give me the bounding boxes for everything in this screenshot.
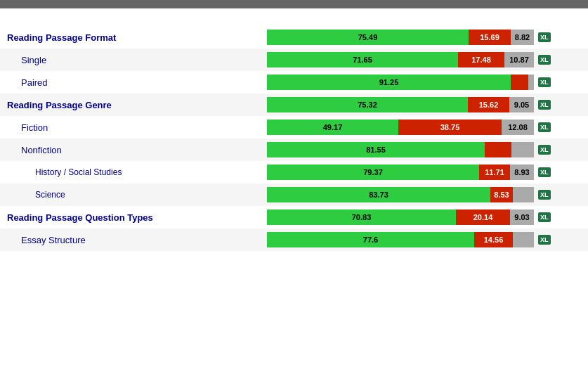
row-label-single: Single [7, 55, 267, 65]
row-label-science: Science [7, 190, 267, 200]
bar-wrapper-single: 71.6517.4810.87 [267, 52, 534, 67]
bar-red-reading-passage-format: 15.69 [469, 30, 511, 45]
bar-wrapper-fiction: 49.1738.7512.08 [267, 120, 534, 135]
reading-section: Reading Passage Format75.4915.698.82XLSi… [0, 8, 588, 251]
table-row: Reading Passage Genre75.3215.629.05XL [0, 94, 588, 116]
row-label-reading-passage-format: Reading Passage Format [7, 32, 267, 43]
row-label-essay-structure: Essay Structure [7, 235, 267, 245]
bar-green-science: 83.73 [267, 187, 490, 202]
bar-gray-history-social-studies: 8.93 [510, 165, 534, 180]
table-row: Single71.6517.4810.87XL [0, 49, 588, 71]
bar-container-reading-passage-question-types: 70.8320.149.03XL [267, 209, 581, 225]
excel-button-essay-structure[interactable]: XL [538, 235, 551, 245]
bar-gray-paired [528, 75, 534, 90]
bar-gray-nonfiction [511, 142, 534, 157]
bar-green-nonfiction: 81.55 [267, 142, 485, 157]
bar-wrapper-reading-passage-genre: 75.3215.629.05 [267, 97, 534, 112]
row-label-paired: Paired [7, 77, 267, 88]
bar-wrapper-history-social-studies: 79.3711.718.93 [267, 165, 534, 180]
bar-container-nonfiction: 81.55XL [267, 142, 581, 157]
bar-container-paired: 91.25XL [267, 75, 581, 90]
bar-gray-reading-passage-question-types: 9.03 [510, 209, 534, 225]
table-row: Nonfiction81.55XL [0, 138, 588, 161]
excel-button-reading-passage-format[interactable]: XL [538, 32, 551, 42]
bar-gray-reading-passage-genre: 9.05 [509, 97, 534, 112]
bar-red-science: 8.53 [490, 187, 513, 202]
bar-gray-reading-passage-format: 8.82 [511, 30, 534, 45]
table-row: Paired91.25XL [0, 71, 588, 94]
excel-button-nonfiction[interactable]: XL [538, 145, 551, 155]
excel-button-single[interactable]: XL [538, 55, 551, 65]
bar-container-reading-passage-format: 75.4915.698.82XL [267, 30, 581, 45]
bar-red-history-social-studies: 11.71 [479, 165, 510, 180]
bar-wrapper-science: 83.738.53 [267, 187, 534, 202]
table-row: Reading Passage Format75.4915.698.82XL [0, 26, 588, 49]
bar-red-single: 17.48 [458, 52, 504, 67]
bar-green-paired: 91.25 [267, 75, 511, 90]
excel-button-history-social-studies[interactable]: XL [538, 167, 551, 177]
bar-green-essay-structure: 77.6 [267, 232, 474, 247]
excel-button-reading-passage-question-types[interactable]: XL [538, 212, 551, 222]
bar-wrapper-reading-passage-question-types: 70.8320.149.03 [267, 209, 534, 225]
bar-container-fiction: 49.1738.7512.08XL [267, 120, 581, 135]
row-label-history-social-studies: History / Social Studies [7, 167, 267, 177]
bar-green-single: 71.65 [267, 52, 458, 67]
row-label-nonfiction: Nonfiction [7, 145, 267, 155]
bar-gray-fiction: 12.08 [502, 120, 534, 135]
bar-green-reading-passage-genre: 75.32 [267, 97, 468, 112]
table-row: Science83.738.53XL [0, 183, 588, 206]
reading-label [7, 7, 21, 29]
table-row: Fiction49.1738.7512.08XL [0, 116, 588, 138]
bar-red-fiction: 38.75 [398, 120, 502, 135]
bar-green-reading-passage-question-types: 70.83 [267, 209, 456, 225]
bar-green-fiction: 49.17 [267, 120, 398, 135]
bar-container-science: 83.738.53XL [267, 187, 581, 202]
header-row [0, 0, 588, 8]
bar-red-reading-passage-genre: 15.62 [468, 97, 509, 112]
bar-red-essay-structure: 14.56 [474, 232, 513, 247]
bar-container-essay-structure: 77.614.56XL [267, 232, 581, 247]
bar-red-nonfiction [485, 142, 511, 157]
bar-gray-single: 10.87 [504, 52, 534, 67]
table-row: History / Social Studies79.3711.718.93XL [0, 161, 588, 183]
bar-green-reading-passage-format: 75.49 [267, 30, 469, 45]
bar-wrapper-nonfiction: 81.55 [267, 142, 534, 157]
row-label-reading-passage-question-types: Reading Passage Question Types [7, 212, 267, 223]
bar-red-reading-passage-question-types: 20.14 [456, 209, 510, 225]
bar-wrapper-paired: 91.25 [267, 75, 534, 90]
table-row: Essay Structure77.614.56XL [0, 228, 588, 251]
bar-container-single: 71.6517.4810.87XL [267, 52, 581, 67]
excel-button-paired[interactable]: XL [538, 77, 551, 87]
bar-container-history-social-studies: 79.3711.718.93XL [267, 165, 581, 180]
excel-button-fiction[interactable]: XL [538, 122, 551, 132]
excel-button-science[interactable]: XL [538, 190, 551, 200]
row-label-reading-passage-genre: Reading Passage Genre [7, 100, 267, 110]
bar-wrapper-essay-structure: 77.614.56 [267, 232, 534, 247]
bar-green-history-social-studies: 79.37 [267, 165, 479, 180]
bar-red-paired [511, 75, 528, 90]
bar-container-reading-passage-genre: 75.3215.629.05XL [267, 97, 581, 112]
row-label-fiction: Fiction [7, 122, 267, 133]
excel-button-reading-passage-genre[interactable]: XL [538, 100, 551, 110]
bar-wrapper-reading-passage-format: 75.4915.698.82 [267, 30, 534, 45]
bar-gray-science [513, 187, 534, 202]
table-row: Reading Passage Question Types70.8320.14… [0, 206, 588, 228]
bar-gray-essay-structure [513, 232, 534, 247]
